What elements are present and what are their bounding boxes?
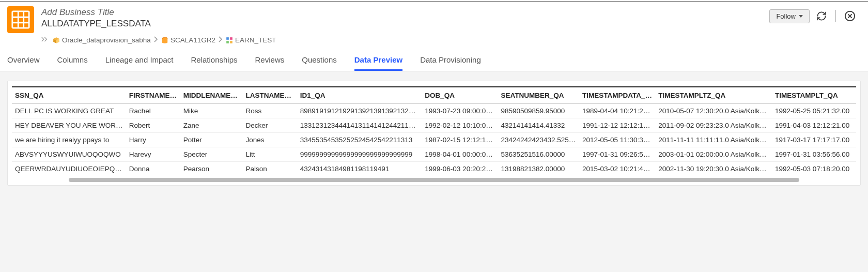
column-header[interactable]: SEATNUMBER_QA (498, 87, 579, 104)
tab-bar: OverviewColumnsLineage and ImpactRelatio… (0, 49, 868, 71)
table-cell: Jones (243, 133, 297, 147)
table-cell: 2012-05-05 11:30:30.0 (579, 133, 655, 147)
horizontal-scrollbar[interactable] (69, 178, 799, 182)
table-cell: 1991-12-12 12:12:12.0 (579, 118, 655, 133)
table-cell: DELL PC IS WORKING GREAT (12, 104, 126, 118)
table-cell: Decker (243, 118, 297, 133)
column-header[interactable]: LASTNAME_QA (243, 87, 297, 104)
table-cell: 1992-05-03 07:18:20.00 (772, 162, 856, 176)
table-cell: 33455354535252524542542211313 (297, 133, 422, 147)
table-cell: 2003-01-01 02:00:00.0 Asia/Kolkata (655, 147, 772, 162)
table-cell: ABVSYYYUSWYUIWUOQOQWO (12, 147, 126, 162)
svg-rect-16 (230, 41, 233, 43)
table-row[interactable]: QEERWRDAUYUDIUOEOIEPQPOPDonnaPearsonPals… (12, 162, 856, 176)
table-cell: HEY DBEAVER YOU ARE WORKING (12, 118, 126, 133)
follow-button[interactable]: Follow (769, 9, 810, 23)
table-cell: 1987-02-15 12:12:11.0 (422, 133, 498, 147)
table-cell: 2002-11-30 19:20:30.0 Asia/Kolkata (655, 162, 772, 176)
table-row[interactable]: we are hiring it realyy ppays toHarryPot… (12, 133, 856, 147)
table-cell: Harry (126, 133, 180, 147)
table-cell: 2010-05-07 12:30:20.0 Asia/Kolkata (655, 104, 772, 118)
tab-relationships[interactable]: Relationships (191, 49, 237, 71)
table-cell: QEERWRDAUYUDIUOEOIEPQPOP (12, 162, 126, 176)
table-cell: Potter (180, 133, 243, 147)
table-cell: 43243143184981198119491 (297, 162, 422, 176)
breadcrumb-label: SCALA11GR2 (171, 36, 215, 44)
column-header[interactable]: SSN_QA (12, 87, 126, 104)
table-cell: Litt (243, 147, 297, 162)
table-cell: Specter (180, 147, 243, 162)
table-cell: 1991-04-03 12:12:21.00 (772, 118, 856, 133)
breadcrumb: Oracle_dataprovision_sabha SCALA11GR2 EA… (0, 33, 868, 49)
tab-data-preview[interactable]: Data Preview (354, 49, 402, 71)
table-cell: Donna (126, 162, 180, 176)
column-header[interactable]: TIMESTAMPDATA_QA (579, 87, 655, 104)
tab-data-provisioning[interactable]: Data Provisioning (420, 49, 481, 71)
table-cell: Palson (243, 162, 297, 176)
table-row[interactable]: HEY DBEAVER YOU ARE WORKINGRobertZaneDec… (12, 118, 856, 133)
table-cell: 43214141414.41332 (498, 118, 579, 133)
breadcrumb-item-connection[interactable]: Oracle_dataprovision_sabha (53, 36, 151, 44)
object-name: ALLDATATYPE_LESSDATA (41, 19, 151, 30)
column-header[interactable]: TIMESTAMPLT_QA (772, 87, 856, 104)
chevron-right-icon (154, 36, 158, 44)
column-header[interactable]: DOB_QA (422, 87, 498, 104)
page-header: Add Business Title ALLDATATYPE_LESSDATA … (0, 2, 868, 33)
breadcrumb-item-database[interactable]: SCALA11GR2 (161, 36, 215, 44)
data-preview-table: SSN_QAFIRSTNAME_QAMIDDLENAME_QALASTNAME_… (12, 86, 856, 176)
table-cell: 1992-02-12 10:10:00.0 (422, 118, 498, 133)
breadcrumb-label: EARN_TEST (235, 36, 276, 44)
table-header-row: SSN_QAFIRSTNAME_QAMIDDLENAME_QALASTNAME_… (12, 87, 856, 104)
refresh-button[interactable] (814, 8, 829, 24)
content-area: SSN_QAFIRSTNAME_QAMIDDLENAME_QALASTNAME_… (0, 71, 868, 195)
cube-icon (53, 37, 60, 44)
svg-rect-14 (230, 37, 233, 40)
table-cell: Mike (180, 104, 243, 118)
table-cell: 1997-01-31 03:56:56.00 (772, 147, 856, 162)
tab-columns[interactable]: Columns (57, 49, 88, 71)
close-button[interactable] (842, 8, 858, 24)
table-cell: 1999-06-03 20:20:20.0 (422, 162, 498, 176)
column-header[interactable]: FIRSTNAME_QA (126, 87, 180, 104)
table-row[interactable]: ABVSYYYUSWYUIWUOQOQWOHarevySpecterLitt99… (12, 147, 856, 162)
object-type-icon (7, 6, 34, 33)
table-cell: Ross (243, 104, 297, 118)
column-header[interactable]: MIDDLENAME_QA (180, 87, 243, 104)
table-cell: 2015-03-02 10:21:45.0 (579, 162, 655, 176)
vertical-divider (835, 10, 836, 22)
table-body: DELL PC IS WORKING GREATRachelMikeRoss89… (12, 104, 856, 176)
table-cell: 1997-01-31 09:26:50.0 (579, 147, 655, 162)
table-cell: we are hiring it realyy ppays to (12, 133, 126, 147)
chevron-right-icon (219, 36, 223, 44)
table-cell: 98590509859.95000 (498, 104, 579, 118)
column-header[interactable]: TIMESTAMPLTZ_QA (655, 87, 772, 104)
table-cell: 1993-07-23 09:00:00.0 (422, 104, 498, 118)
tab-questions[interactable]: Questions (302, 49, 337, 71)
table-cell: Zane (180, 118, 243, 133)
tab-lineage-and-impact[interactable]: Lineage and Impact (105, 49, 174, 71)
data-preview-table-wrap: SSN_QAFIRSTNAME_QAMIDDLENAME_QALASTNAME_… (7, 81, 861, 186)
business-title-input[interactable]: Add Business Title (41, 6, 151, 18)
table-cell: 1998-04-01 00:00:00.0 (422, 147, 498, 162)
table-cell: Harevy (126, 147, 180, 162)
table-cell: 13198821382.00000 (498, 162, 579, 176)
table-cell: 2011-09-02 09:23:23.0 Asia/Kolkata (655, 118, 772, 133)
tab-overview[interactable]: Overview (7, 49, 40, 71)
table-row[interactable]: DELL PC IS WORKING GREATRachelMikeRoss89… (12, 104, 856, 118)
table-cell: 1989-04-04 10:21:23.0 (579, 104, 655, 118)
table-cell: Pearson (180, 162, 243, 176)
tab-reviews[interactable]: Reviews (255, 49, 285, 71)
table-cell: 1331231234441413114141244211212 (297, 118, 422, 133)
table-cell: Rachel (126, 104, 180, 118)
table-cell: 53635251516.00000 (498, 147, 579, 162)
table-cell: 23424242423432.52525 (498, 133, 579, 147)
follow-button-label: Follow (776, 12, 796, 20)
svg-rect-13 (226, 37, 229, 40)
svg-rect-0 (12, 11, 29, 28)
table-cell: 8989191912192913921391392132193 (297, 104, 422, 118)
breadcrumb-item-schema[interactable]: EARN_TEST (226, 36, 276, 44)
table-cell: 2011-11-11 11:11:11.0 Asia/Kolkata (655, 133, 772, 147)
database-icon (161, 37, 168, 44)
breadcrumb-chevrons-icon (41, 36, 50, 44)
column-header[interactable]: ID1_QA (297, 87, 422, 104)
